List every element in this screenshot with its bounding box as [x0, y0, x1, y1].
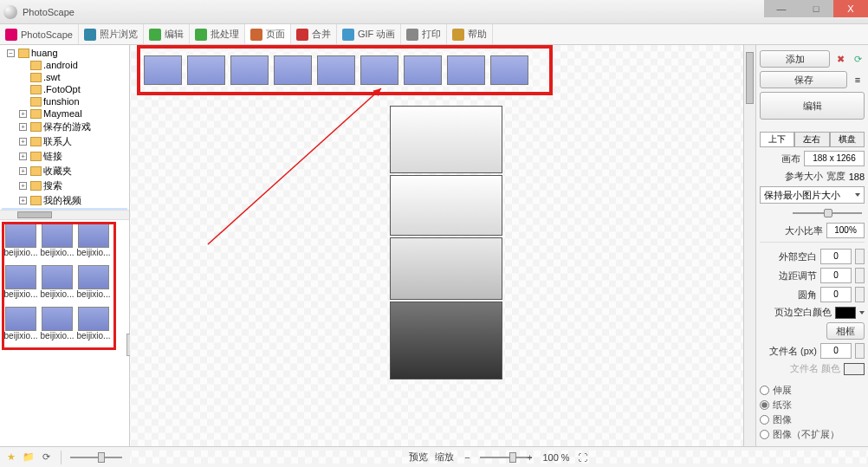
folder-icon[interactable]: 📁: [23, 451, 35, 464]
zoom-out-icon[interactable]: −: [461, 451, 473, 464]
expand-toggle-icon[interactable]: +: [19, 152, 27, 160]
strip-slot[interactable]: [187, 55, 225, 85]
chevron-down-icon[interactable]: [859, 311, 865, 315]
strip-slot[interactable]: [404, 55, 442, 85]
fit-mode-radios[interactable]: 伸展纸张图像图像（不扩展）: [760, 384, 865, 441]
refresh-icon[interactable]: ⟳: [851, 52, 865, 66]
radio-input[interactable]: [760, 400, 769, 410]
expand-toggle-icon[interactable]: +: [19, 123, 27, 131]
canvas-vertical-scrollbar[interactable]: [743, 45, 755, 446]
main-tab[interactable]: 合并: [291, 24, 337, 44]
strip-slot[interactable]: [230, 55, 269, 85]
tree-item[interactable]: +搜索: [2, 178, 127, 193]
page-bg-color-swatch[interactable]: [835, 307, 856, 319]
main-tab[interactable]: 照片浏览: [79, 24, 144, 44]
tree-item[interactable]: +联系人: [2, 134, 127, 149]
slider-knob[interactable]: [509, 452, 516, 463]
minimize-button[interactable]: —: [764, 0, 799, 17]
strip-slot[interactable]: [360, 55, 398, 85]
slider-knob[interactable]: [98, 452, 105, 463]
main-tab[interactable]: 打印: [401, 24, 447, 44]
strip-slot[interactable]: [317, 55, 355, 85]
stepper-buttons[interactable]: [855, 287, 865, 302]
tree-item[interactable]: +Maymeal: [2, 107, 127, 120]
expand-toggle-icon[interactable]: −: [7, 49, 15, 57]
main-tab[interactable]: 页面: [245, 24, 291, 44]
ratio-value[interactable]: 100%: [826, 223, 865, 238]
add-button[interactable]: 添加: [760, 50, 830, 68]
size-slider[interactable]: [760, 207, 865, 219]
delete-icon[interactable]: ✖: [833, 52, 847, 66]
tab-label: 照片浏览: [100, 28, 138, 41]
layout-tab[interactable]: 棋盘: [830, 132, 865, 147]
expand-toggle-icon[interactable]: +: [19, 138, 27, 146]
edge-adjust-input[interactable]: 0: [820, 268, 852, 283]
fit-mode-option[interactable]: 纸张: [760, 399, 865, 412]
tree-item[interactable]: +.swt: [2, 71, 127, 83]
thumbnail-item[interactable]: beijixio...: [40, 307, 74, 347]
expand-toggle-icon[interactable]: +: [19, 182, 27, 190]
main-tab[interactable]: 编辑: [144, 24, 190, 44]
tree-item[interactable]: +.FotoOpt: [2, 83, 127, 95]
thumbnail-item[interactable]: beijixio...: [76, 265, 111, 305]
thumb-size-slider[interactable]: [70, 457, 122, 458]
maximize-button[interactable]: □: [799, 0, 833, 17]
fit-mode-option[interactable]: 伸展: [760, 384, 865, 397]
strip-slot[interactable]: [274, 55, 312, 85]
strip-slot[interactable]: [447, 55, 485, 85]
thumbnail-item[interactable]: beijixio...: [40, 224, 74, 263]
list-icon[interactable]: ≡: [851, 73, 865, 87]
tree-item[interactable]: +funshion: [2, 95, 127, 107]
main-tab[interactable]: GIF 动画: [337, 24, 401, 44]
keep-size-select[interactable]: 保持最小图片大小: [760, 186, 865, 204]
tree-item[interactable]: +我的视频: [2, 193, 127, 208]
thumbnail-item[interactable]: beijixio...: [40, 265, 74, 305]
save-button[interactable]: 保存: [760, 71, 847, 88]
strip-slot[interactable]: [144, 55, 182, 85]
main-tab[interactable]: 批处理: [190, 24, 245, 44]
image-strip[interactable]: [137, 45, 553, 95]
strip-slot[interactable]: [490, 55, 528, 85]
radius-input[interactable]: 0: [820, 287, 852, 302]
zoom-in-icon[interactable]: +: [523, 451, 535, 464]
tree-horizontal-scrollbar[interactable]: [0, 210, 129, 220]
main-tab[interactable]: PhotoScape: [0, 24, 79, 44]
stepper-buttons[interactable]: [855, 249, 865, 264]
radio-input[interactable]: [760, 415, 769, 425]
refresh-icon[interactable]: ⟳: [40, 451, 52, 464]
expand-toggle-icon[interactable]: +: [19, 167, 27, 175]
expand-toggle-icon[interactable]: +: [19, 110, 27, 118]
thumbnail-item[interactable]: beijixio...: [3, 265, 38, 305]
fit-mode-option[interactable]: 图像（不扩展）: [760, 428, 865, 441]
favorite-icon[interactable]: ★: [5, 451, 17, 464]
tree-item[interactable]: +保存的游戏: [2, 120, 127, 134]
combined-page-preview[interactable]: [390, 106, 502, 379]
layout-direction-tabs[interactable]: 上下左右棋盘: [760, 132, 865, 147]
preview-label[interactable]: 预览: [409, 451, 428, 464]
expand-toggle-icon[interactable]: +: [19, 197, 27, 204]
radio-input[interactable]: [760, 430, 769, 439]
thumbnail-item[interactable]: beijixio...: [76, 307, 111, 347]
layout-tab[interactable]: 左右: [794, 132, 829, 147]
tree-item[interactable]: +收藏夹: [2, 164, 127, 178]
layout-tab[interactable]: 上下: [760, 132, 794, 147]
thumbnail-item[interactable]: beijixio...: [3, 307, 38, 347]
outer-margin-input[interactable]: 0: [820, 249, 852, 264]
tree-item[interactable]: +.android: [2, 59, 127, 71]
stepper-buttons[interactable]: [855, 343, 865, 359]
thumbnail-item[interactable]: beijixio...: [3, 224, 38, 263]
close-button[interactable]: X: [833, 0, 868, 17]
folder-tree[interactable]: −huang+.android+.swt+.FotoOpt+funshion+M…: [0, 45, 129, 210]
tree-item[interactable]: +链接: [2, 149, 127, 164]
canvas-area[interactable]: [130, 45, 755, 446]
tree-item[interactable]: −huang: [2, 47, 127, 59]
main-tab[interactable]: 帮助: [447, 24, 493, 44]
filename-px-input[interactable]: 0: [820, 343, 852, 359]
radio-input[interactable]: [760, 386, 769, 395]
thumbnail-item[interactable]: beijixio...: [76, 224, 111, 263]
fullscreen-icon[interactable]: ⛶: [577, 451, 589, 464]
stepper-buttons[interactable]: [855, 268, 865, 283]
fit-mode-option[interactable]: 图像: [760, 413, 865, 426]
edit-button[interactable]: 编辑: [760, 92, 865, 120]
frame-button[interactable]: 相框: [826, 322, 865, 340]
